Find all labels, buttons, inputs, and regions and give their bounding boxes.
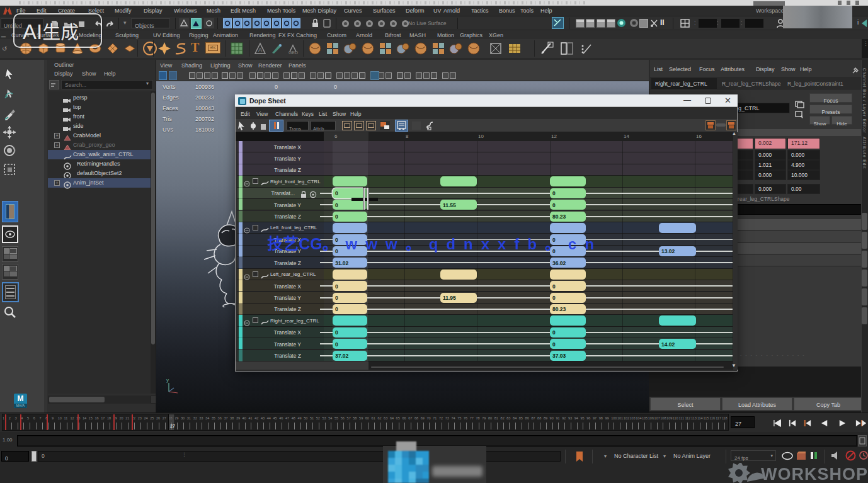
svg-text:GED: GED [288, 50, 298, 55]
svg-text:y: y [166, 377, 169, 383]
svg-text:WORKSHOP: WORKSHOP [761, 465, 868, 483]
svg-text:A: A [258, 47, 262, 53]
